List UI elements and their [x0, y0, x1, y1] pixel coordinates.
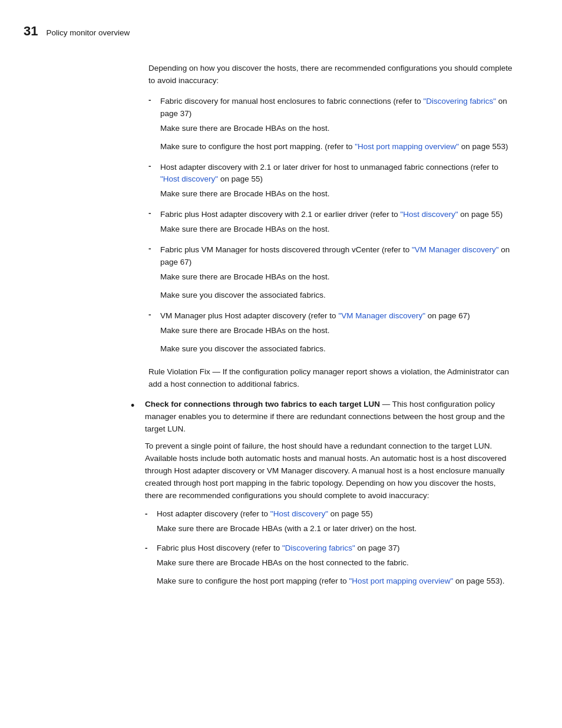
sub-note: Make sure to configure the host port map…	[160, 141, 515, 153]
sub-note-block: Make sure there are Brocade HBAs (with a…	[157, 523, 515, 535]
bullet-content: Fabric discovery for manual host enclosu…	[160, 95, 515, 159]
bullet-content: Host adapter discovery with 2.1 or later…	[160, 162, 515, 207]
sub-note-block: Make sure there are Brocade HBAs on the …	[160, 123, 515, 153]
list-item: - Fabric plus VM Manager for hosts disco…	[148, 244, 515, 308]
bullet-content: Host adapter discovery (refer to "Host d…	[157, 508, 515, 541]
dash-icon: -	[148, 244, 160, 308]
sub-note: Make sure there are Brocade HBAs on the …	[160, 325, 515, 337]
rule-fix-paragraph: Rule Violation Fix — If the configuratio…	[148, 366, 515, 391]
bullet-content: Fabric plus Host adapter discovery with …	[160, 209, 515, 242]
sub-note: Make sure there are Brocade HBAs on the …	[160, 271, 515, 284]
sub-note: Make sure to configure the host port map…	[157, 575, 515, 588]
host-port-mapping-link-2[interactable]: "Host port mapping overview"	[349, 577, 453, 585]
host-discovery-link-3[interactable]: "Host discovery"	[270, 509, 328, 518]
sub-note: Make sure there are Brocade HBAs on the …	[160, 188, 515, 200]
page-title: Policy monitor overview	[46, 28, 130, 37]
sub-note: Make sure there are Brocade HBAs (with a…	[157, 523, 515, 535]
main-bullet-row: • Check for connections through two fabr…	[144, 398, 515, 594]
bullet-content: VM Manager plus Host adapter discovery (…	[160, 310, 515, 361]
discovery-list: - Fabric discovery for manual host enclo…	[148, 95, 515, 361]
vm-manager-discovery-link-2[interactable]: "VM Manager discovery"	[338, 311, 425, 320]
main-bullet-content: Check for connections through two fabric…	[145, 398, 515, 594]
sub-note-block: Make sure there are Brocade HBAs on the …	[160, 188, 515, 200]
bullet-dot: •	[131, 398, 141, 413]
page-header: 31 Policy monitor overview	[0, 18, 562, 51]
dash-icon: -	[148, 95, 160, 159]
sub-note-block: Make sure there are Brocade HBAs on the …	[160, 271, 515, 302]
list-item: - Fabric discovery for manual host enclo…	[148, 95, 515, 159]
main-bullet-bold: Check for connections through two fabric…	[145, 400, 380, 409]
vm-manager-discovery-link-1[interactable]: "VM Manager discovery"	[412, 245, 499, 254]
dash-icon: -	[148, 162, 160, 207]
discovering-fabrics-link-1[interactable]: "Discovering fabrics"	[423, 97, 496, 106]
list-item: - Host adapter discovery with 2.1 or lat…	[148, 162, 515, 207]
sub-note-block: Make sure there are Brocade HBAs on the …	[160, 325, 515, 355]
dash-icon: -	[145, 542, 157, 594]
dash-icon: -	[148, 310, 160, 361]
bullet-content: Fabric plus VM Manager for hosts discove…	[160, 244, 515, 308]
list-item: - Fabric plus Host adapter discovery wit…	[148, 209, 515, 242]
list-item: - VM Manager plus Host adapter discovery…	[148, 310, 515, 361]
main-bullet-section: • Check for connections through two fabr…	[148, 398, 515, 594]
host-discovery-link-2[interactable]: "Host discovery"	[400, 210, 458, 219]
sub-note-block: Make sure there are Brocade HBAs on the …	[160, 223, 515, 236]
bullet-content: Fabric plus Host discovery (refer to "Di…	[157, 542, 515, 594]
sub-note: Make sure you discover the associated fa…	[160, 343, 515, 355]
main-content: Depending on how you discover the hosts,…	[0, 51, 562, 619]
list-item: - Host adapter discovery (refer to "Host…	[145, 508, 515, 541]
dash-icon: -	[148, 209, 160, 242]
sub-note: Make sure there are Brocade HBAs on the …	[157, 557, 515, 569]
host-port-mapping-link-1[interactable]: "Host port mapping overview"	[355, 142, 459, 151]
sub-note: Make sure there are Brocade HBAs on the …	[160, 223, 515, 236]
discovering-fabrics-link-2[interactable]: "Discovering fabrics"	[282, 543, 355, 552]
intro-paragraph: Depending on how you discover the hosts,…	[148, 62, 515, 87]
section-body: To prevent a single point of failure, th…	[145, 440, 515, 502]
sub-note-block: Make sure there are Brocade HBAs on the …	[157, 557, 515, 588]
page: 31 Policy monitor overview Depending on …	[0, 0, 562, 728]
host-discovery-link-1[interactable]: "Host discovery"	[160, 174, 218, 183]
dash-icon: -	[145, 508, 157, 541]
sub-note: Make sure you discover the associated fa…	[160, 289, 515, 302]
sub-note: Make sure there are Brocade HBAs on the …	[160, 123, 515, 135]
list-item: - Fabric plus Host discovery (refer to "…	[145, 542, 515, 594]
sub-discovery-list: - Host adapter discovery (refer to "Host…	[145, 508, 515, 594]
page-number: 31	[24, 24, 38, 39]
